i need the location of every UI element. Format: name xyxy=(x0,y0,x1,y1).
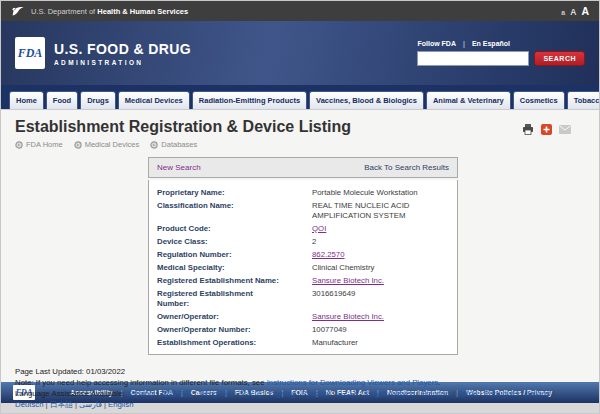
new-search-link[interactable]: New Search xyxy=(157,163,201,172)
field-value: 2 xyxy=(312,237,316,247)
table-row-medical-specialty: Medical Specialty: Clinical Chemistry xyxy=(157,261,449,274)
language-link-portuguese[interactable]: Português xyxy=(478,389,520,398)
en-espanol-link[interactable]: En Español xyxy=(472,40,510,47)
tab-home[interactable]: Home xyxy=(9,91,44,109)
hhs-dept-prefix: U.S. Department of xyxy=(31,7,95,16)
hhs-dept-bold: Health & Human Services xyxy=(97,7,188,16)
page-action-icons xyxy=(522,124,571,135)
tab-medical-devices[interactable]: Medical Devices xyxy=(118,91,190,109)
language-link-japanese[interactable]: 日本語 xyxy=(44,400,73,409)
field-label: Owner/Operator: xyxy=(157,312,312,322)
field-label: Establishment Operations: xyxy=(157,338,312,348)
field-value: Portable Molecule Workstation xyxy=(312,188,418,198)
page-footer-text: Page Last Updated: 01/03/2022 Note: If y… xyxy=(15,366,585,410)
text-size-small-button[interactable]: a xyxy=(561,9,565,16)
search-bar: SEARCH xyxy=(417,51,585,66)
tab-animal-veterinary[interactable]: Animal & Veterinary xyxy=(426,91,511,109)
tab-tobacco-products[interactable]: Tobacco Products xyxy=(567,91,600,109)
table-row-proprietary-name: Proprietary Name: Portable Molecule Work… xyxy=(157,186,449,199)
text-size-controls: a A A xyxy=(561,5,589,17)
field-label: Proprietary Name: xyxy=(157,188,312,198)
downloading-viewers-link[interactable]: Instructions for Downloading Viewers and… xyxy=(267,378,438,387)
field-value: Clinical Chemistry xyxy=(312,263,374,273)
field-label: Registered Establishment Number: xyxy=(157,289,275,309)
registered-establishment-name-link[interactable]: Sansure Biotech Inc. xyxy=(312,276,384,286)
field-value: REAL TIME NUCLEIC ACID AMPLIFICATION SYS… xyxy=(312,201,449,221)
formats-note-period: . xyxy=(438,378,440,387)
breadcrumb: FDA Home Medical Devices Databases xyxy=(15,140,585,149)
language-link-french[interactable]: Français xyxy=(415,389,451,398)
table-row-registered-establishment-number: Registered Establishment Number: 3016619… xyxy=(157,287,449,310)
table-row-regulation-number: Regulation Number: 862.2570 xyxy=(157,248,449,261)
table-row-registered-establishment-name: Registered Establishment Name: Sansure B… xyxy=(157,274,449,287)
breadcrumb-fda-home[interactable]: FDA Home xyxy=(15,140,63,149)
language-link-vietnamese[interactable]: Tiếng Việt xyxy=(192,389,233,398)
field-label: Device Class: xyxy=(157,237,312,247)
table-row-product-code: Product Code: QOI xyxy=(157,222,449,235)
header-links-separator: | xyxy=(463,40,465,47)
table-row-classification-name: Classification Name: REAL TIME NUCLEIC A… xyxy=(157,199,449,222)
fda-logo[interactable]: FDA xyxy=(15,37,45,69)
device-listing-table: New Search Back To Search Results Propri… xyxy=(148,157,458,355)
tab-radiation-emitting-products[interactable]: Radiation-Emitting Products xyxy=(192,91,307,109)
language-link-espanol[interactable]: Español xyxy=(127,389,155,398)
language-link-farsi[interactable]: فارسی xyxy=(73,400,102,409)
language-link-tagalog[interactable]: Tagalog xyxy=(262,389,295,398)
language-link-italian[interactable]: Italiano xyxy=(519,389,550,398)
breadcrumb-label: Databases xyxy=(161,140,197,149)
tab-food[interactable]: Food xyxy=(46,91,78,109)
text-size-large-button[interactable]: A xyxy=(581,5,589,17)
breadcrumb-bullet-icon xyxy=(74,141,82,149)
field-label: Registered Establishment Name: xyxy=(157,276,312,286)
main-content: Establishment Registration & Device List… xyxy=(1,110,599,382)
table-row-owner-operator: Owner/Operator: Sansure Biotech Inc. xyxy=(157,310,449,323)
breadcrumb-medical-devices[interactable]: Medical Devices xyxy=(74,140,140,149)
fda-header: FDA U.S. FOOD & DRUG ADMINISTRATION Foll… xyxy=(1,21,599,85)
print-icon[interactable] xyxy=(522,124,534,135)
field-label: Classification Name: xyxy=(157,201,312,221)
table-header-row: New Search Back To Search Results xyxy=(148,157,458,178)
last-updated-text: Page Last Updated: 01/03/2022 xyxy=(15,366,585,377)
text-size-medium-button[interactable]: A xyxy=(570,7,576,17)
field-label: Owner/Operator Number: xyxy=(157,325,312,335)
share-icon[interactable] xyxy=(541,124,552,135)
field-value: Manufacturer xyxy=(312,338,358,348)
language-link-english[interactable]: English xyxy=(102,400,134,409)
hhs-eagle-icon xyxy=(11,5,25,18)
regulation-number-link[interactable]: 862.2570 xyxy=(312,250,345,260)
search-button[interactable]: SEARCH xyxy=(534,51,585,66)
language-link-russian[interactable]: Русский xyxy=(296,389,331,398)
product-code-link[interactable]: QOI xyxy=(312,224,326,234)
field-label: Regulation Number: xyxy=(157,250,312,260)
tab-drugs[interactable]: Drugs xyxy=(80,91,116,109)
field-value: 10077049 xyxy=(312,325,347,335)
email-icon[interactable] xyxy=(559,125,571,134)
hhs-top-bar: U.S. Department of Health & Human Servic… xyxy=(1,1,599,21)
field-label: Product Code: xyxy=(157,224,312,234)
breadcrumb-databases[interactable]: Databases xyxy=(150,140,197,149)
table-row-establishment-operations: Establishment Operations: Manufacturer xyxy=(157,336,449,349)
language-link-korean[interactable]: 한국어 xyxy=(233,389,262,398)
back-to-search-results-link[interactable]: Back To Search Results xyxy=(364,163,449,172)
formats-note: Note: If you need help accessing informa… xyxy=(15,377,585,388)
header-utilities: Follow FDA | En Español SEARCH xyxy=(417,40,585,66)
hhs-department-text: U.S. Department of Health & Human Servic… xyxy=(31,7,188,16)
language-link-arabic[interactable]: العربية xyxy=(331,389,358,398)
breadcrumb-bullet-icon xyxy=(15,141,23,149)
table-row-owner-operator-number: Owner/Operator Number: 10077049 xyxy=(157,323,449,336)
follow-fda-link[interactable]: Follow FDA xyxy=(417,40,456,47)
language-assistance: Language Assistance Available: Español繁體… xyxy=(15,388,585,410)
breadcrumb-label: FDA Home xyxy=(26,140,63,149)
tab-vaccines-blood-biologics[interactable]: Vaccines, Blood & Biologics xyxy=(309,91,424,109)
language-link-polish[interactable]: Polski xyxy=(451,389,478,398)
search-input[interactable] xyxy=(417,51,529,66)
agency-title: U.S. FOOD & DRUG xyxy=(54,41,191,57)
field-label: Medical Specialty: xyxy=(157,263,312,273)
table-body: Proprietary Name: Portable Molecule Work… xyxy=(148,180,458,355)
owner-operator-link[interactable]: Sansure Biotech Inc. xyxy=(312,312,384,322)
language-link-kreyol[interactable]: Kreyòl Ayisyen xyxy=(358,389,415,398)
language-link-chinese[interactable]: 繁體中文 xyxy=(155,389,192,398)
page-title: Establishment Registration & Device List… xyxy=(15,118,585,136)
hhs-branding[interactable]: U.S. Department of Health & Human Servic… xyxy=(11,5,188,18)
tab-cosmetics[interactable]: Cosmetics xyxy=(513,91,565,109)
